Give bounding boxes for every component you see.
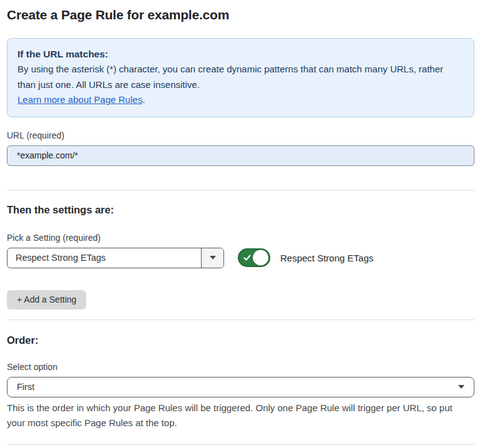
setting-toggle[interactable] — [238, 248, 270, 267]
learn-more-link[interactable]: Learn more about Page Rules — [17, 94, 142, 105]
settings-section-heading: Then the settings are: — [7, 204, 474, 216]
section-divider — [7, 319, 474, 320]
checkmark-icon — [243, 254, 251, 261]
page-rule-form: Create a Page Rule for example.com If th… — [0, 0, 480, 448]
chevron-down-icon — [458, 385, 464, 389]
link-suffix: . — [142, 94, 145, 105]
order-help-text: This is the order in which your Page Rul… — [7, 401, 472, 431]
order-select-label: Select option — [7, 362, 474, 372]
order-select[interactable]: First — [7, 377, 474, 397]
setting-select[interactable]: Respect Strong ETags — [7, 248, 224, 268]
info-box-body: By using the asterisk (*) character, you… — [17, 62, 464, 92]
url-match-info-box: If the URL matches: By using the asteris… — [7, 38, 474, 117]
setting-select-arrow-button[interactable] — [201, 248, 223, 268]
footer-divider — [7, 444, 474, 445]
info-box-heading: If the URL matches: — [17, 47, 464, 62]
toggle-knob — [253, 250, 268, 266]
order-section-heading: Order: — [7, 334, 474, 346]
url-field-label: URL (required) — [7, 130, 474, 140]
setting-picker-label: Pick a Setting (required) — [7, 233, 474, 243]
info-box-link-line: Learn more about Page Rules. — [17, 92, 464, 107]
order-select-value: First — [17, 382, 34, 392]
chevron-down-icon — [210, 256, 216, 260]
setting-select-value: Respect Strong ETags — [7, 248, 201, 268]
setting-toggle-label: Respect Strong ETags — [280, 253, 373, 263]
add-setting-button[interactable]: + Add a Setting — [7, 290, 86, 309]
section-divider — [7, 190, 474, 190]
page-title: Create a Page Rule for example.com — [7, 7, 474, 22]
url-input[interactable] — [7, 145, 474, 166]
setting-row: Respect Strong ETags Respect Strong ETag… — [7, 248, 474, 268]
